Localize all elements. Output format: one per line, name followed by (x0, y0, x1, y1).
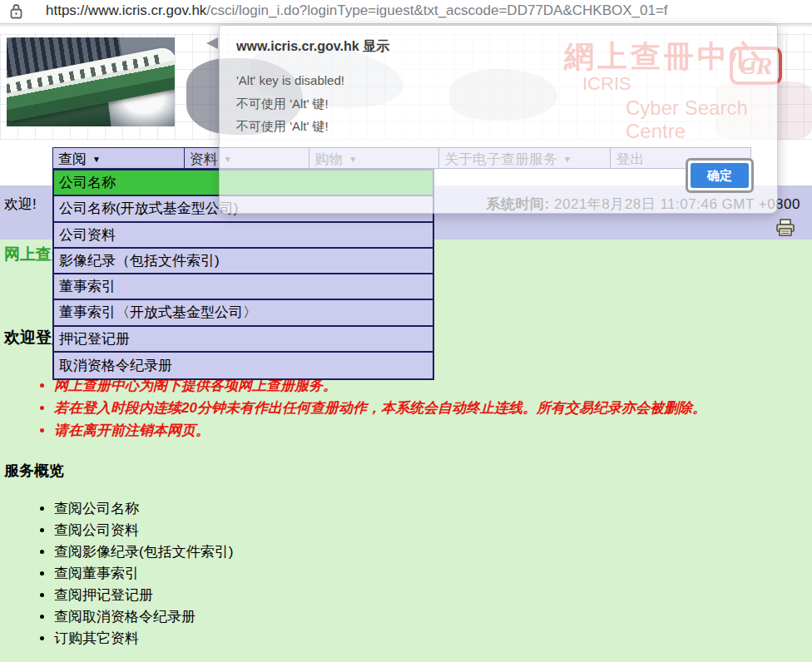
service-item: 订购其它资料 (54, 628, 812, 650)
service-item: 查阅公司名称 (54, 498, 812, 520)
browser-window: https://www.icris.cr.gov.hk/csci/login_i… (0, 0, 812, 662)
service-item: 查阅取消资格令纪录册 (54, 606, 812, 628)
url-host: https://www.icris.cr.gov.hk (46, 2, 206, 18)
services-list: 查阅公司名称 查阅公司资料 查阅影像纪录(包括文件索引) 查阅董事索引 查阅押记… (0, 498, 812, 650)
url-text[interactable]: https://www.icris.cr.gov.hk/csci/login_i… (46, 2, 668, 19)
notice-item: 若在登入时段内连续20分钟未有作出任何查册动作，本系统会自动终止连线。所有交易纪… (54, 397, 790, 419)
chevron-down-icon (87, 151, 101, 167)
notice-list: 网上查册中心为阁下提供各项网上查册服务。 若在登入时段内连续20分钟未有作出任何… (0, 374, 790, 442)
alert-dialog-body: 'Alt' key is disabled! 不可使用 'Alt' 键! 不可使… (220, 56, 777, 138)
dropdown-item-image-records[interactable]: 影像纪录（包括文件索引) (54, 249, 433, 274)
ferry-photo (7, 37, 175, 126)
alert-line: 不可使用 'Alt' 键! (236, 115, 760, 138)
dropdown-item-disqualification-register[interactable]: 取消资格令纪录册 (54, 353, 433, 378)
menu-item-search[interactable]: 查阅 (53, 148, 185, 168)
service-item: 查阅押记登记册 (54, 585, 812, 606)
dropdown-item-company-particulars[interactable]: 公司资料 (54, 223, 433, 249)
service-item: 查阅公司资料 (54, 520, 812, 541)
dropdown-item-directors-index-ofc[interactable]: 董事索引〈开放式基金型公司〉 (54, 300, 433, 326)
printer-icon (775, 219, 795, 237)
services-heading: 服务概览 (4, 461, 812, 481)
alert-dialog-title: www.icris.cr.gov.hk 显示 (220, 26, 777, 56)
address-bar[interactable]: https://www.icris.cr.gov.hk/csci/login_i… (0, 0, 812, 24)
service-item: 查阅影像纪录(包括文件索引) (54, 541, 812, 563)
dropdown-item-directors-index[interactable]: 董事索引 (54, 274, 433, 300)
banner-decor-shape (206, 37, 218, 49)
service-item: 查阅董事索引 (54, 563, 812, 585)
print-button[interactable] (775, 219, 795, 237)
ok-button-focus-ring: 确定 (686, 158, 754, 193)
lock-icon[interactable] (9, 3, 23, 23)
alert-line: 'Alt' key is disabled! (236, 69, 760, 92)
alert-dialog: www.icris.cr.gov.hk 显示 'Alt' key is disa… (219, 25, 778, 214)
url-path: /csci/login_i.do?loginType=iguest&txt_ac… (206, 2, 667, 18)
ok-button[interactable]: 确定 (691, 163, 749, 188)
dropdown-item-charges-register[interactable]: 押记登记册 (54, 327, 433, 353)
alert-line: 不可使用 'Alt' 键! (236, 92, 760, 116)
welcome-text: 欢迎! (4, 195, 37, 214)
notice-item: 请在离开前注销本网页。 (54, 419, 790, 442)
